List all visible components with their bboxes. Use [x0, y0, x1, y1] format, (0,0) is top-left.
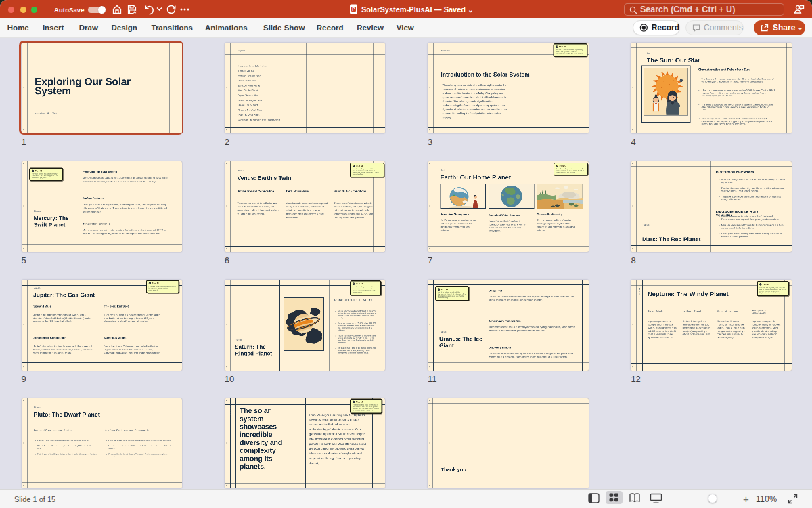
svg-text:P: P — [352, 7, 355, 12]
